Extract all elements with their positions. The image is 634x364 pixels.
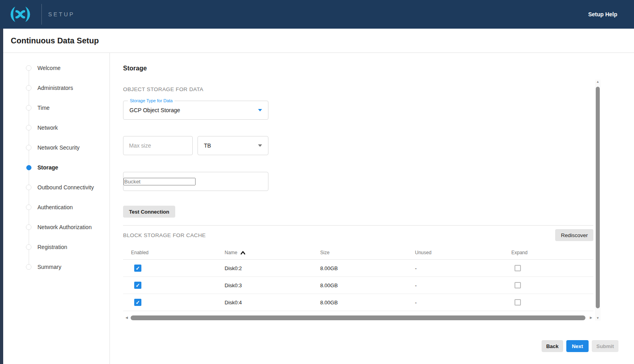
sidebar-item-storage[interactable]: Storage [3,158,110,177]
sidebar-item-welcome[interactable]: Welcome [3,58,110,78]
sidebar-item-network-security[interactable]: Network Security [3,138,110,158]
step-label: Network [37,125,58,131]
disk-name: Disk0:2 [225,265,320,271]
rediscover-button[interactable]: Rediscover [555,229,593,241]
sidebar-item-network[interactable]: Network [3,118,110,138]
step-circle [26,185,31,190]
disk-size: 8.00GB [320,282,415,288]
chevron-down-icon [258,144,262,147]
disk-name: Disk0:4 [225,300,320,306]
column-header-name-label: Name [225,250,237,255]
content-heading: Storage [123,65,593,72]
expand-checkbox-unchecked[interactable] [515,299,521,306]
scroll-right-icon[interactable]: ▶ [589,315,593,321]
top-bar: SETUP Setup Help [0,0,634,29]
table-header-row: Enabled Name Size Unused Expand [123,246,593,260]
scroll-left-icon[interactable]: ◀ [124,315,129,321]
step-label: Time [37,105,50,111]
page-header: Continuous Data Setup [3,29,634,53]
step-label: Administrators [37,85,73,91]
main-content: Storage OBJECT STORAGE FOR DATA Storage … [110,53,634,364]
step-circle [26,65,31,71]
scroll-down-icon[interactable]: ▼ [595,316,601,321]
step-circle [26,204,31,210]
step-label: Network Security [37,144,80,151]
column-header-expand: Expand [511,250,593,255]
step-circle [26,264,31,270]
step-label: Welcome [37,65,61,71]
step-label: Storage [37,164,58,171]
disk-size: 8.00GB [320,300,415,306]
storage-type-value: GCP Object Storage [129,107,180,113]
window-left-edge [0,29,3,364]
enabled-checkbox-checked[interactable]: ✓ [134,299,141,306]
setup-help-link[interactable]: Setup Help [588,11,617,18]
step-circle [26,145,31,150]
scroll-up-icon[interactable]: ▲ [595,80,601,84]
column-header-enabled: Enabled [123,250,225,255]
brand-text: SETUP [48,11,75,18]
sidebar-item-registration[interactable]: Registration [3,237,110,257]
storage-type-select[interactable]: Storage Type for Data GCP Object Storage [123,101,268,120]
size-unit-value: TB [204,142,211,149]
sidebar-item-summary[interactable]: Summary [3,257,110,277]
step-circle-active [26,165,31,170]
step-circle [26,85,31,91]
table-row: ✓ Disk0:3 8.00GB - [123,277,593,294]
step-circle [26,105,31,111]
submit-button[interactable]: Submit [592,340,618,352]
block-storage-section-title: BLOCK STORAGE FOR CACHE [123,232,206,238]
size-unit-select[interactable]: TB [198,136,268,155]
step-label: Network Authorization [37,224,92,230]
horizontal-scrollbar-thumb[interactable] [131,315,585,320]
sidebar-item-outbound-connectivity[interactable]: Outbound Connectivity [3,177,110,197]
disk-size: 8.00GB [320,265,415,271]
step-circle [26,125,31,130]
sidebar-item-network-authorization[interactable]: Network Authorization [3,217,110,237]
delphix-logo-icon [8,6,33,23]
app-window: SETUP Setup Help Continuous Data Setup W… [0,0,634,364]
wizard-footer: Back Next Submit [542,340,618,352]
bucket-input[interactable] [123,178,196,185]
back-button[interactable]: Back [542,340,563,352]
disk-name: Disk0:3 [225,282,320,288]
expand-checkbox-unchecked[interactable] [515,282,521,288]
horizontal-scrollbar[interactable]: ◀ ▶ [124,315,593,321]
page: Continuous Data Setup Welcome Administra… [3,29,634,364]
topbar-divider [41,4,42,25]
step-label: Registration [37,244,67,250]
sidebar-item-time[interactable]: Time [3,98,110,118]
sort-ascending-icon[interactable] [240,251,246,255]
step-label: Outbound Connectivity [37,184,94,191]
sidebar-item-administrators[interactable]: Administrators [3,78,110,98]
test-connection-button[interactable]: Test Connection [123,206,175,218]
step-circle [26,224,31,230]
max-size-input[interactable] [129,142,187,149]
section-divider [123,225,593,226]
disk-unused: - [415,300,511,306]
step-circle [26,244,31,250]
storage-type-label: Storage Type for Data [128,98,174,103]
table-row: ✓ Disk0:2 8.00GB - [123,260,593,277]
step-label: Authentication [37,204,73,210]
chevron-down-icon [258,109,262,111]
block-storage-table: Enabled Name Size Unused Expand [123,246,593,311]
enabled-checkbox-checked[interactable]: ✓ [134,265,141,272]
disk-unused: - [415,282,511,288]
enabled-checkbox-checked[interactable]: ✓ [134,282,141,289]
sidebar-item-authentication[interactable]: Authentication [3,197,110,217]
next-button[interactable]: Next [566,340,589,352]
table-row: ✓ Disk0:4 8.00GB - [123,294,593,311]
vertical-scrollbar-thumb[interactable] [596,87,600,308]
column-header-name[interactable]: Name [225,250,320,255]
vertical-scrollbar[interactable]: ▲ ▼ [595,80,601,321]
disk-unused: - [415,265,511,271]
setup-stepper: Welcome Administrators Time Network Netw… [3,53,110,364]
max-size-field-wrapper [123,136,193,155]
page-title: Continuous Data Setup [11,36,99,45]
object-storage-section-title: OBJECT STORAGE FOR DATA [123,86,593,92]
expand-checkbox-unchecked[interactable] [515,265,521,271]
column-header-unused: Unused [415,250,511,255]
column-header-size: Size [320,250,415,255]
step-label: Summary [37,264,61,270]
